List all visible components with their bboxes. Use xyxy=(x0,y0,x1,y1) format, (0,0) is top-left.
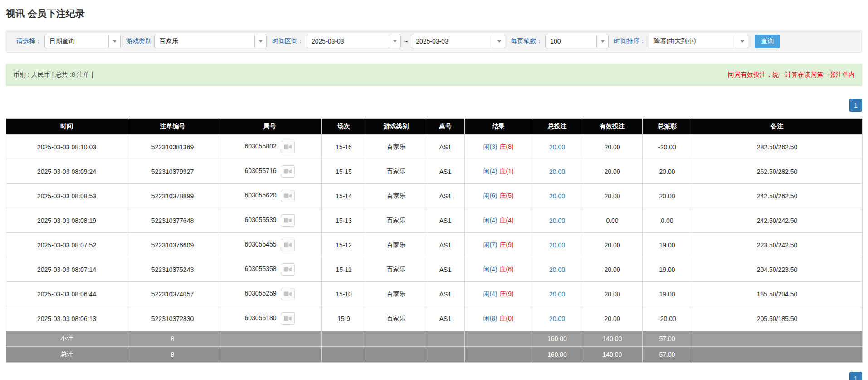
date-to-dropdown-button[interactable] xyxy=(493,35,505,48)
cell-bet-id: 522310374057 xyxy=(127,282,218,306)
select-type-label: 请选择： xyxy=(16,37,42,45)
video-replay-button[interactable] xyxy=(281,141,295,153)
total-bet-link[interactable]: 20.00 xyxy=(549,242,565,249)
cell-round-id: 603055259 xyxy=(218,282,322,306)
grand-total-valid-bet: 140.00 xyxy=(582,347,643,363)
date-from-input[interactable] xyxy=(307,35,389,48)
cell-bet-id: 522310375243 xyxy=(127,257,218,282)
cell-valid-bet: 0.00 xyxy=(582,208,643,233)
col-header-result: 结果 xyxy=(465,119,532,135)
cell-remark: 205.50/185.50 xyxy=(692,306,863,331)
cell-valid-bet: 20.00 xyxy=(582,135,643,159)
video-replay-button[interactable] xyxy=(281,288,295,300)
cell-valid-bet: 20.00 xyxy=(582,257,643,282)
cell-game: 百家乐 xyxy=(366,233,426,257)
page-1-button[interactable]: 1 xyxy=(849,99,862,112)
cell-total-bet: 20.00 xyxy=(532,233,582,257)
range-separator: ~ xyxy=(404,38,408,45)
result-banker: 庄(4) xyxy=(500,217,514,224)
grand-total-row: 总计 8 160.00 140.00 57.00 xyxy=(6,347,863,363)
subtotal-count: 8 xyxy=(127,331,218,347)
date-from-dropdown-button[interactable] xyxy=(389,35,400,48)
caret-down-icon xyxy=(741,40,744,43)
cell-bet-id: 522310381369 xyxy=(127,135,218,159)
result-player: 闲(6) xyxy=(483,192,497,199)
cell-bet-id: 522310377648 xyxy=(127,208,218,233)
caret-down-icon xyxy=(601,40,605,43)
total-bet-link[interactable]: 20.00 xyxy=(549,192,565,200)
search-button[interactable]: 查询 xyxy=(755,35,780,48)
video-replay-button[interactable] xyxy=(281,214,295,227)
video-replay-button[interactable] xyxy=(281,239,295,251)
total-bet-link[interactable]: 20.00 xyxy=(549,266,565,273)
cell-payout: -20.00 xyxy=(643,306,692,331)
cell-valid-bet: 20.00 xyxy=(582,282,643,306)
col-header-round-id: 局号 xyxy=(218,119,322,135)
page: 视讯 会员下注纪录 请选择： 游戏类别 时间区间： ~ 每页笔数： 时间排序： xyxy=(0,7,868,380)
video-camera-icon xyxy=(284,193,292,198)
total-bet-link[interactable]: 20.00 xyxy=(549,168,565,175)
total-bet-link[interactable]: 20.00 xyxy=(549,291,565,298)
result-banker: 庄(1) xyxy=(500,168,514,175)
cell-session: 15-16 xyxy=(322,135,366,159)
cell-payout: 19.00 xyxy=(643,257,692,282)
caret-down-icon xyxy=(113,40,117,43)
time-sort-combobox xyxy=(649,35,748,48)
time-sort-input[interactable] xyxy=(649,35,736,48)
game-type-label: 游戏类别 xyxy=(126,37,151,45)
total-bet-link[interactable]: 20.00 xyxy=(549,315,565,322)
date-type-dropdown-button[interactable] xyxy=(108,35,120,48)
table-row: 2025-03-03 08:06:44 522310374057 6030552… xyxy=(6,282,863,306)
round-id-text: 603055358 xyxy=(244,265,276,272)
video-camera-icon xyxy=(284,267,292,272)
video-replay-button[interactable] xyxy=(281,190,295,202)
game-type-dropdown-button[interactable] xyxy=(254,35,266,48)
col-header-table-no: 桌号 xyxy=(426,119,465,135)
cell-result: 闲(3)庄(8) xyxy=(465,135,532,159)
cell-session: 15-12 xyxy=(322,233,366,257)
time-sort-dropdown-button[interactable] xyxy=(736,35,748,48)
currency-summary-text: 币别 : 人民币 | 总共 :8 注单 | xyxy=(13,71,93,79)
page-size-dropdown-button[interactable] xyxy=(596,35,608,48)
cell-time: 2025-03-03 08:07:14 xyxy=(6,257,127,282)
total-bet-link[interactable]: 20.00 xyxy=(549,143,565,151)
result-player: 闲(4) xyxy=(483,217,497,224)
table-row: 2025-03-03 08:08:53 522310378899 6030556… xyxy=(6,184,863,208)
cell-result: 闲(8)庄(0) xyxy=(465,306,532,331)
cell-remark: 204.50/223.50 xyxy=(692,257,863,282)
grand-total-total-bet: 160.00 xyxy=(532,347,582,363)
cell-time: 2025-03-03 08:08:53 xyxy=(6,184,127,208)
cell-round-id: 603055716 xyxy=(218,159,322,184)
col-header-bet-id: 注单编号 xyxy=(127,119,218,135)
page-1-button[interactable]: 1 xyxy=(849,372,862,380)
video-replay-button[interactable] xyxy=(281,263,295,276)
date-type-combobox xyxy=(44,35,121,48)
total-bet-link[interactable]: 20.00 xyxy=(549,217,565,224)
cell-valid-bet: 20.00 xyxy=(582,233,643,257)
date-type-input[interactable] xyxy=(45,35,108,48)
video-replay-button[interactable] xyxy=(281,165,295,178)
round-id-text: 603055259 xyxy=(244,290,276,297)
cell-remark: 242.50/262.50 xyxy=(692,184,863,208)
cell-remark: 242.50/242.50 xyxy=(692,208,863,233)
result-player: 闲(4) xyxy=(483,168,497,175)
cell-time: 2025-03-03 08:08:19 xyxy=(6,208,127,233)
result-banker: 庄(9) xyxy=(500,290,514,297)
time-range-label: 时间区间： xyxy=(272,37,304,45)
caret-down-icon xyxy=(393,40,397,43)
date-to-input[interactable] xyxy=(411,35,493,48)
result-banker: 庄(9) xyxy=(500,241,514,248)
col-header-session: 场次 xyxy=(322,119,366,135)
cell-time: 2025-03-03 08:09:24 xyxy=(6,159,127,184)
cell-total-bet: 20.00 xyxy=(532,282,582,306)
cell-round-id: 603055180 xyxy=(218,306,322,331)
cell-payout: 20.00 xyxy=(643,159,692,184)
cell-total-bet: 20.00 xyxy=(532,135,582,159)
cell-table-no: AS1 xyxy=(426,135,465,159)
col-header-game-type: 游戏类别 xyxy=(366,119,426,135)
page-size-input[interactable] xyxy=(546,35,596,48)
video-replay-button[interactable] xyxy=(281,312,295,325)
table-row: 2025-03-03 08:07:14 522310375243 6030553… xyxy=(6,257,863,282)
game-type-input[interactable] xyxy=(155,35,254,48)
cell-result: 闲(4)庄(6) xyxy=(465,257,532,282)
